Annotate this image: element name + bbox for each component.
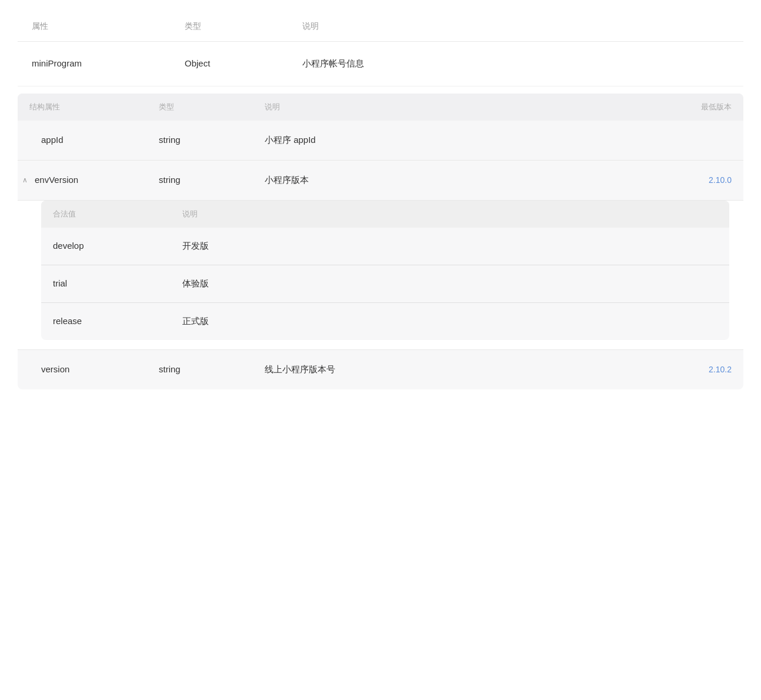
nested-card: 结构属性 类型 说明 最低版本 appId [18,94,743,389]
legal-card: 合法值 说明 develop 开发版 trial 体验版 [41,201,729,340]
legal-value: trial [41,265,171,303]
version-version-link[interactable]: 2.10.2 [709,365,732,374]
envversion-version: 2.10.0 [565,161,743,201]
envversion-row: ∧ envVersion string 小程序版本 2.10.0 [18,161,743,201]
version-row: version string 线上小程序版本号 2.10.2 [18,350,743,390]
legal-header-col2: 说明 [171,201,729,228]
miniprogram-type: Object [171,42,288,86]
appid-description: 小程序 appId [253,121,565,161]
legal-header-row: 合法值 说明 [41,201,729,228]
top-header-col3: 说明 [288,12,743,42]
version-name: version [18,350,147,390]
chevron-up-icon[interactable]: ∧ [22,176,28,184]
legal-description: 体验版 [171,265,729,303]
top-header-col2: 类型 [171,12,288,42]
miniprogram-name: miniProgram [18,42,171,86]
page-wrapper: 属性 类型 说明 miniProgram Object 小程序帐号信息 [0,0,761,700]
version-description: 线上小程序版本号 [253,350,565,390]
envversion-description: 小程序版本 [253,161,565,201]
envversion-name-cell: ∧ envVersion [18,161,147,201]
legal-value-row: release 正式版 [41,303,729,341]
nested-header-col3: 说明 [253,94,565,121]
miniprogram-row: miniProgram Object 小程序帐号信息 [18,42,743,86]
envversion-type: string [147,161,253,201]
top-header-row: 属性 类型 说明 [18,12,743,42]
version-type: string [147,350,253,390]
appid-version [565,121,743,161]
nested-header-col1: 结构属性 [18,94,147,121]
legal-value-row: develop 开发版 [41,228,729,265]
nested-header-col2: 类型 [147,94,253,121]
appid-row: appId string 小程序 appId [18,121,743,161]
nested-card-row: 结构属性 类型 说明 最低版本 appId [18,86,743,409]
nested-table: 结构属性 类型 说明 最低版本 appId [18,94,743,389]
envversion-name: envVersion [35,175,78,185]
legal-table: 合法值 说明 develop 开发版 trial 体验版 [41,201,729,340]
legal-description: 正式版 [171,303,729,341]
legal-value: develop [41,228,171,265]
nested-header-row: 结构属性 类型 说明 最低版本 [18,94,743,121]
appid-name: appId [18,121,147,161]
legal-value: release [41,303,171,341]
top-header-col1: 属性 [18,12,171,42]
top-table: 属性 类型 说明 miniProgram Object 小程序帐号信息 [18,12,743,408]
miniprogram-description: 小程序帐号信息 [288,42,743,86]
appid-type: string [147,121,253,161]
legal-value-row: trial 体验版 [41,265,729,303]
legal-values-row: 合法值 说明 develop 开发版 trial 体验版 [18,201,743,350]
envversion-version-link[interactable]: 2.10.0 [709,175,732,185]
legal-description: 开发版 [171,228,729,265]
legal-header-col1: 合法值 [41,201,171,228]
version-version: 2.10.2 [565,350,743,390]
nested-header-col4: 最低版本 [565,94,743,121]
